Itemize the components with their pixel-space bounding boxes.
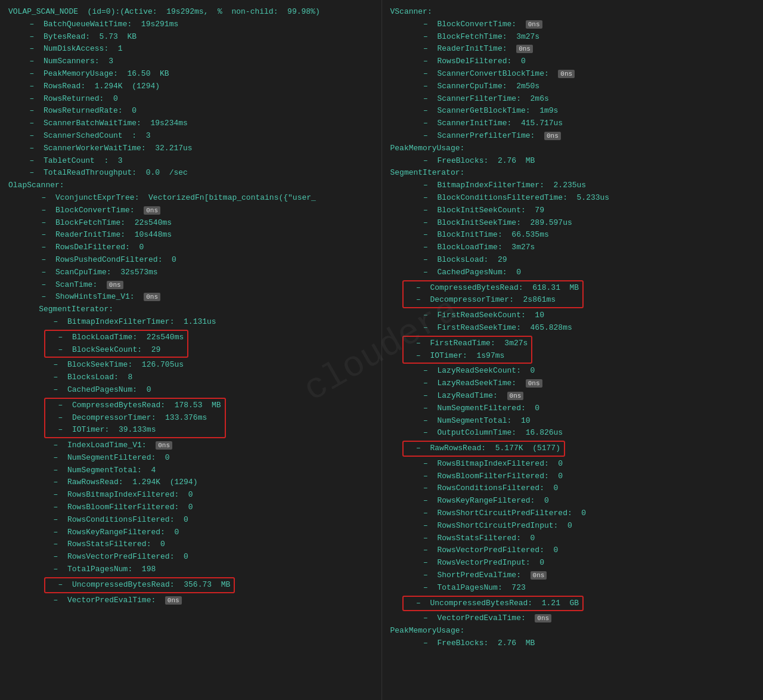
list-item: – RowsDelFiltered: 0 xyxy=(8,241,373,254)
list-item: – FreeBlocks: 2.76 MB xyxy=(390,637,755,650)
list-item: – NumSegmentTotal: 4 xyxy=(8,464,373,477)
segment-iterator-label-r: SegmentIterator: xyxy=(390,167,755,179)
list-item: – RowsKeyRangeFiltered: 0 xyxy=(390,495,755,507)
list-item: – RowsStatsFiltered: 0 xyxy=(8,538,373,551)
list-item: – LazyReadSeekTime: 0ns xyxy=(390,377,755,390)
list-item: – BlockConditionsFilteredTime: 5.233us xyxy=(390,192,755,205)
list-item: – DecompressorTimer: 133.376ms xyxy=(49,412,221,425)
list-item: – RowsStatsFiltered: 0 xyxy=(390,532,755,545)
list-item: – IndexLoadTime_V1: 0ns xyxy=(8,439,373,452)
list-item: – ScannerConvertBlockTime: 0ns xyxy=(390,68,755,80)
highlight-box-rawrows-r: – RawRowsRead: 5.177K (5177) xyxy=(402,441,565,457)
vscanner-label: VScanner: xyxy=(390,6,755,18)
list-item: – FreeBlocks: 2.76 MB xyxy=(390,155,755,168)
list-item: – ScanTime: 0ns xyxy=(8,279,373,292)
list-item: – BlockInitSeekCount: 79 xyxy=(390,205,755,217)
list-item: – LazyReadTime: 0ns xyxy=(390,390,755,402)
olap-scanner-label: OlapScanner: xyxy=(8,179,373,192)
highlight-box-compressed-r: – CompressedBytesRead: 618.31 MB – Decom… xyxy=(402,280,584,309)
list-item: – CachedPagesNum: 0 xyxy=(8,384,373,397)
list-item: – BitmapIndexFilterTimer: 1.131us xyxy=(8,316,373,329)
list-item: – BlockFetchTime: 3m27s xyxy=(390,31,755,44)
list-item: – IOTimer: 39.133ms xyxy=(49,424,221,436)
list-item: – BatchQueueWaitTime: 19s291ms xyxy=(8,18,373,31)
list-item: – CompressedBytesRead: 618.31 MB xyxy=(407,282,579,295)
list-item: – ScannerCpuTime: 2m50s xyxy=(390,80,755,93)
list-item: – BlockFetchTime: 22s540ms xyxy=(8,217,373,230)
list-item: – TotalReadThroughput: 0.0 /sec xyxy=(8,167,373,179)
list-item: – LazyReadSeekCount: 0 xyxy=(390,365,755,377)
list-item: – CompressedBytesRead: 178.53 MB xyxy=(49,399,221,412)
list-item: – RowsConditionsFiltered: 0 xyxy=(8,514,373,526)
list-item: – RowsVectorPredFiltered: 0 xyxy=(390,544,755,557)
list-item: – BitmapIndexFilterTimer: 2.235us xyxy=(390,179,755,192)
list-item: – TotalPagesNum: 198 xyxy=(8,563,373,576)
list-item: – CachedPagesNum: 0 xyxy=(390,267,755,279)
list-item: – OutputColumnTime: 16.826us xyxy=(390,427,755,439)
list-item: – NumDiskAccess: 1 xyxy=(8,43,373,55)
list-item: – FirstReadSeekTime: 465.828ms xyxy=(390,322,755,334)
list-item: – RawRowsRead: 1.294K (1294) xyxy=(8,476,373,489)
list-item: – BlockInitTime: 66.535ms xyxy=(390,229,755,241)
list-item: – ReaderInitTime: 10s448ms xyxy=(8,229,373,241)
list-item: – ScannerSchedCount : 3 xyxy=(8,130,373,143)
list-item: – RowsBloomFilterFiltered: 0 xyxy=(8,501,373,514)
list-item: – RowsBloomFilterFiltered: 0 xyxy=(390,470,755,483)
list-item: – VectorPredEvalTime: 0ns xyxy=(8,594,373,607)
list-item: – BlockSeekTime: 126.705us xyxy=(8,359,373,371)
highlight-box-blockload: – BlockLoadTime: 22s540ms – BlockSeekCou… xyxy=(44,330,188,358)
list-item: – BlocksLoad: 29 xyxy=(390,254,755,267)
highlight-box-compressed: – CompressedBytesRead: 178.53 MB – Decom… xyxy=(44,398,226,438)
segment-iterator-label: SegmentIterator: xyxy=(8,303,373,316)
highlight-box-uncompressed: – UncompressedBytesRead: 356.73 MB xyxy=(44,577,235,593)
list-item: – NumSegmentTotal: 10 xyxy=(390,415,755,428)
list-item: – RowsShortCircuitPredFiltered: 0 xyxy=(390,507,755,520)
list-item: – IOTimer: 1s97ms xyxy=(407,350,528,363)
highlight-box-uncompressed-r: – UncompressedBytesRead: 1.21 GB xyxy=(402,596,584,612)
list-item: – RowsBitmapIndexFiltered: 0 xyxy=(8,489,373,501)
list-item: – ScannerFilterTime: 2m6s xyxy=(390,93,755,106)
list-item: – NumSegmentFiltered: 0 xyxy=(8,452,373,464)
list-item: – RowsKeyRangeFiltered: 0 xyxy=(8,526,373,539)
list-item: – TabletCount : 3 xyxy=(8,155,373,168)
list-item: – ShowHintsTime_V1: 0ns xyxy=(8,291,373,303)
left-header: VOLAP_SCAN_NODE (id=0):(Active: 19s292ms… xyxy=(8,6,373,18)
peak-memory-label-1: PeakMemoryUsage: xyxy=(390,143,755,155)
list-item: – UncompressedBytesRead: 1.21 GB xyxy=(407,597,579,610)
list-item: – RowsReturnedRate: 0 xyxy=(8,105,373,117)
list-item: – VectorPredEvalTime: 0ns xyxy=(390,612,755,625)
right-panel: VScanner: – BlockConvertTime: 0ns – Bloc… xyxy=(382,0,764,700)
list-item: – ScannerInitTime: 415.717us xyxy=(390,117,755,130)
list-item: – RowsBitmapIndexFiltered: 0 xyxy=(390,458,755,470)
list-item: – RowsConditionsFiltered: 0 xyxy=(390,482,755,495)
list-item: – BlockConvertTime: 0ns xyxy=(390,18,755,31)
list-item: – RawRowsRead: 5.177K (5177) xyxy=(407,442,560,455)
list-item: – ShortPredEvalTime: 0ns xyxy=(390,569,755,582)
list-item: – NumScanners: 3 xyxy=(8,55,373,68)
list-item: – BlockInitSeekTime: 289.597us xyxy=(390,217,755,230)
list-item: – RowsVectorPredInput: 0 xyxy=(390,557,755,569)
left-panel: cloudera VOLAP_SCAN_NODE (id=0):(Active:… xyxy=(0,0,382,700)
list-item: – ScannerBatchWaitTime: 19s234ms xyxy=(8,117,373,130)
list-item: – ScannerGetBlockTime: 1m9s xyxy=(390,105,755,117)
list-item: – BlockLoadTime: 22s540ms xyxy=(49,332,184,344)
list-item: – FirstReadSeekCount: 10 xyxy=(390,309,755,322)
list-item: – BlocksLoad: 8 xyxy=(8,371,373,384)
list-item: – ScannerWorkerWaitTime: 32.217us xyxy=(8,143,373,155)
list-item: – RowsRead: 1.294K (1294) xyxy=(8,80,373,93)
list-item: – DecompressorTimer: 2s861ms xyxy=(407,294,579,306)
peak-memory-label-2: PeakMemoryUsage: xyxy=(390,625,755,637)
highlight-box-firstread-r: – FirstReadTime: 3m27s – IOTimer: 1s97ms xyxy=(402,336,533,364)
list-item: – RowsReturned: 0 xyxy=(8,93,373,106)
list-item: – PeakMemoryUsage: 16.50 KB xyxy=(8,68,373,80)
list-item: – BytesRead: 5.73 KB xyxy=(8,31,373,44)
list-item: – RowsShortCircuitPredInput: 0 xyxy=(390,520,755,532)
list-item: – BlockLoadTime: 3m27s xyxy=(390,241,755,254)
list-item: – BlockSeekCount: 29 xyxy=(49,344,184,357)
list-item: – UncompressedBytesRead: 356.73 MB xyxy=(49,579,230,591)
list-item: – BlockConvertTime: 0ns xyxy=(8,205,373,217)
list-item: – RowsDelFiltered: 0 xyxy=(390,55,755,68)
list-item: – TotalPagesNum: 723 xyxy=(390,582,755,594)
list-item: – VconjunctExprTree: VectorizedFn[bitmap… xyxy=(8,192,373,205)
list-item: – RowsPushedCondFiltered: 0 xyxy=(8,254,373,267)
